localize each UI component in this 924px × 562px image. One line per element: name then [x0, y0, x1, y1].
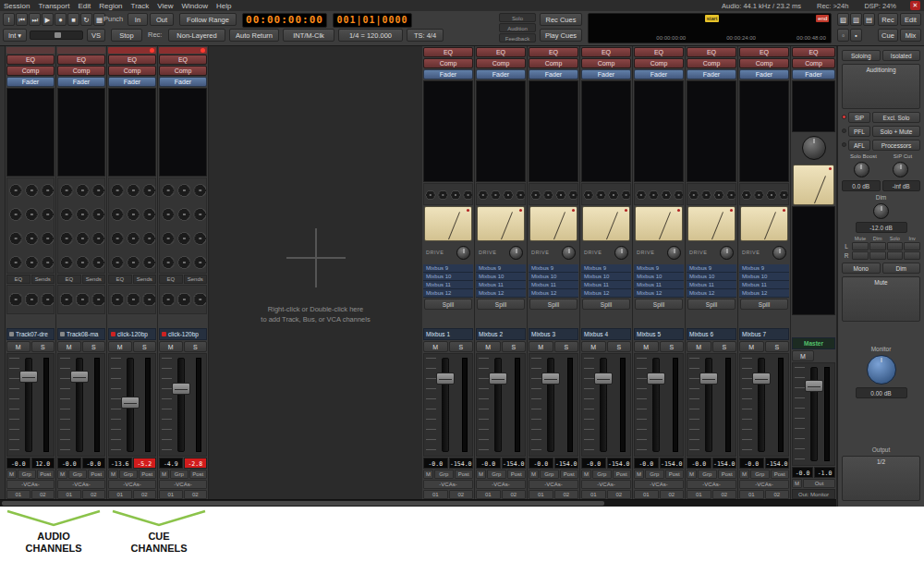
meter-point-button[interactable]: Post — [37, 470, 55, 479]
comp-processor-button[interactable]: Comp — [529, 58, 578, 68]
fader-processor-button[interactable]: Fader — [529, 69, 578, 79]
output-2-button[interactable]: 02 — [765, 490, 790, 499]
vca-assign-button[interactable]: -VCAs- — [529, 480, 578, 489]
mixbus-name-button[interactable]: Mixbus 1 — [423, 328, 473, 340]
transport-indicator[interactable]: Feedback — [499, 33, 536, 43]
right-mute-button[interactable] — [852, 251, 869, 260]
vca-assign-button[interactable]: -VCAs- — [476, 480, 526, 489]
send-knob-grid[interactable] — [6, 177, 55, 274]
fader-processor-button[interactable]: Fader — [57, 77, 105, 87]
vca-assign-button[interactable]: -VCAs- — [581, 480, 631, 489]
record-button[interactable]: ● — [55, 13, 67, 26]
audio-channel-strip[interactable]: EQ Comp Fader EQ Sends Track07-dre M S — [6, 46, 56, 499]
meter-point-button[interactable]: Post — [139, 470, 157, 479]
sends-tab[interactable]: Sends — [82, 275, 106, 284]
output-2-button[interactable]: 02 — [502, 490, 527, 499]
mixbus-strip[interactable]: EQ Comp Fader DRIVE Mixbus 9 Mixbus 10 M… — [528, 46, 580, 499]
dim-button[interactable]: Dim — [882, 263, 921, 274]
comp-processor-button[interactable]: Comp — [581, 58, 631, 68]
fader-processor-button[interactable]: Fader — [634, 69, 684, 79]
track-name-button[interactable]: click-120bp — [159, 328, 207, 340]
send-row[interactable]: Mixbus 10 — [476, 273, 526, 281]
output-1-button[interactable]: 01 — [108, 490, 132, 499]
send-row[interactable]: Mixbus 9 — [687, 264, 736, 273]
comp-processor-button[interactable]: Comp — [792, 58, 835, 68]
track-name-button[interactable]: click-120bp — [108, 328, 156, 340]
output-2-button[interactable]: 02 — [82, 490, 106, 499]
dim-value[interactable]: -12.0 dB — [856, 222, 907, 233]
vca-assign-button[interactable]: -VCAs- — [634, 480, 684, 489]
group-button[interactable]: Grp — [592, 470, 612, 479]
send-row[interactable]: Mixbus 10 — [634, 273, 684, 281]
trim-knob-row[interactable] — [108, 285, 156, 314]
fader-processor-button[interactable]: Fader — [476, 69, 526, 79]
shuttle-control[interactable] — [30, 31, 83, 40]
meter-point-button[interactable]: Post — [189, 470, 208, 479]
processor-box[interactable] — [476, 80, 526, 182]
menu-item[interactable]: Window — [181, 2, 207, 10]
comp-processor-button[interactable]: Comp — [108, 66, 156, 76]
output-2-button[interactable]: 02 — [133, 490, 157, 499]
eq-processor-button[interactable]: EQ — [108, 55, 156, 65]
goto-end-button[interactable]: ⏭ — [29, 13, 41, 26]
zoom-out-icon[interactable]: ▫ — [837, 29, 849, 42]
peak-display[interactable]: -5.2 — [133, 458, 157, 469]
eq-processor-button[interactable]: EQ — [159, 55, 207, 65]
group-button[interactable]: Grp — [487, 470, 506, 479]
spill-button[interactable]: Spill — [582, 299, 630, 310]
metering-button[interactable]: M — [6, 470, 17, 479]
solo-button[interactable]: S — [712, 341, 737, 352]
mute-button[interactable]: M — [476, 341, 501, 352]
edit-page-button[interactable]: Edit — [900, 13, 921, 26]
send-row[interactable]: Mixbus 12 — [687, 289, 736, 298]
processor-box[interactable] — [159, 88, 207, 177]
gain-display[interactable]: -0.0 — [634, 458, 659, 469]
gain-display[interactable]: -0.0 — [6, 458, 30, 469]
mute-button[interactable]: M — [529, 341, 553, 352]
menu-item[interactable]: Region — [99, 2, 122, 10]
eq-tab[interactable]: EQ — [108, 275, 132, 284]
eq-knob-row[interactable] — [581, 183, 631, 205]
soloing-indicator[interactable]: Soloing — [842, 50, 881, 61]
eq-processor-button[interactable]: EQ — [6, 55, 55, 65]
record-input-bar[interactable] — [6, 47, 55, 54]
rec-cues-button[interactable]: Rec Cues — [540, 13, 582, 26]
send-row[interactable]: Mixbus 9 — [581, 264, 631, 273]
master-output-destination[interactable]: Out: Monitor — [792, 489, 835, 499]
spill-button[interactable]: Spill — [740, 299, 788, 310]
comp-processor-button[interactable]: Comp — [6, 66, 55, 76]
drive-knob[interactable] — [720, 246, 734, 260]
mixbus-strip[interactable]: EQ Comp Fader DRIVE Mixbus 9 Mixbus 10 M… — [633, 46, 686, 499]
drive-knob[interactable] — [614, 246, 628, 260]
vca-assign-button[interactable]: -VCAs- — [6, 480, 55, 489]
meter-point-button[interactable]: Post — [88, 470, 106, 479]
send-row[interactable]: Mixbus 9 — [739, 264, 789, 273]
meter-point-button[interactable]: Post — [771, 470, 790, 479]
eq-processor-button[interactable]: EQ — [423, 47, 473, 57]
left-dim-button[interactable] — [869, 242, 886, 250]
fader-handle[interactable] — [699, 373, 718, 385]
audio-channel-strip[interactable]: EQ Comp Fader EQ Sends click-120bp M S — [107, 46, 158, 499]
mixbus-strip[interactable]: EQ Comp Fader DRIVE Mixbus 9 Mixbus 10 M… — [422, 46, 475, 499]
meter-point-button[interactable]: Post — [613, 470, 632, 479]
scrollbar-thumb[interactable] — [2, 501, 604, 506]
mixbus-strip[interactable]: EQ Comp Fader DRIVE Mixbus 9 Mixbus 10 M… — [738, 46, 791, 499]
output-1-button[interactable]: 01 — [634, 490, 659, 499]
eq-knob-row[interactable] — [634, 183, 684, 205]
eq-knob-row[interactable] — [687, 183, 736, 205]
comp-processor-button[interactable]: Comp — [159, 66, 207, 76]
menu-item[interactable]: Help — [216, 2, 231, 10]
eq-knob-row[interactable] — [476, 183, 526, 205]
gain-display[interactable]: -0.0 — [476, 458, 501, 469]
mute-button[interactable]: M — [6, 341, 30, 352]
fader-handle[interactable] — [647, 373, 665, 385]
group-button[interactable]: Grp — [698, 470, 717, 479]
metering-button[interactable]: M — [581, 470, 591, 479]
meter-point-button[interactable]: Post — [718, 470, 737, 479]
fader-processor-button[interactable]: Fader — [423, 69, 473, 79]
metering-button[interactable]: M — [739, 470, 749, 479]
metering-button[interactable]: M — [423, 470, 433, 479]
sends-tab[interactable]: Sends — [133, 275, 157, 284]
group-button[interactable]: Grp — [750, 470, 770, 479]
peak-display[interactable]: -154.0 — [712, 458, 737, 469]
